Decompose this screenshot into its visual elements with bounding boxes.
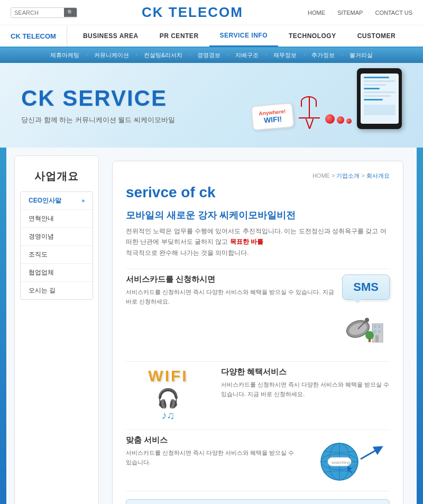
sub-nav-inner: 제휴마케팅 커뮤니케이션 컨설팅&리서치 경영경보 지배구조 재무정보 추가정보… — [43, 48, 380, 63]
sidebar-item-history-label: 연혁안내 — [29, 214, 54, 223]
content-wrapper: 사업개요 CEO인사말 » 연혁안내 경영이념 조직도 협업업체 — [6, 148, 417, 504]
svg-point-3 — [365, 318, 369, 322]
arrow-icon-0: » — [81, 198, 85, 204]
service-sms-text: 서비스카드를 신청하시면 서비스카드를 신청하시면 즉시 다양한 서비스와 혜택… — [126, 274, 334, 306]
svg-rect-6 — [378, 325, 381, 328]
service-sms-desc: 서비스카드를 신청하시면 즉시 다양한 서비스와 혜택을 받으실 수 있습니다.… — [126, 288, 334, 306]
signal-tower-icon — [299, 96, 320, 129]
svg-text:searching...: searching... — [332, 460, 353, 465]
section-title-kr: 모바일의 새로운 강자 씨케이모바일비전 — [126, 209, 390, 222]
content-outer: 사업개요 CEO인사말 » 연혁안내 경영이념 조직도 협업업체 — [0, 148, 423, 504]
red-ball-2 — [337, 116, 344, 124]
sms-bubble: SMS — [342, 274, 390, 300]
nav-business-area[interactable]: BUSINESS AREA — [72, 26, 149, 46]
sidebar-item-org-label: 조직도 — [29, 250, 48, 259]
membership-section: 멤버십 카드 한장만 있으면 이 모든 서비스를 이용하실 수 있습니다. 각 … — [126, 499, 390, 504]
divider-2 — [126, 361, 390, 362]
breadcrumb: HOME > 기업소개 > 회사개요 — [126, 172, 390, 180]
hero-icons: Anywhere! WIFI! — [252, 68, 402, 129]
sidebar-item-philosophy[interactable]: 경영이념 — [21, 228, 93, 246]
sidebar-item-directions-label: 오시는 길 — [29, 286, 56, 295]
red-ball-1 — [325, 114, 335, 124]
section-title-en: serivce of ck — [126, 184, 390, 201]
sidebar-item-ceo-label: CEO인사말 — [29, 196, 61, 205]
music-icon: 🎧 — [157, 388, 180, 409]
subnav-item-2[interactable]: 커뮤니케이션 — [87, 48, 136, 63]
sidebar: 사업개요 CEO인사말 » 연혁안내 경영이념 조직도 협업업체 — [14, 155, 99, 504]
tablet-device — [357, 68, 402, 129]
hero-subtitle: 당신과 함께 하는 커뮤니케이션 월드 씨케이모바일 — [21, 115, 175, 125]
service-custom-text: 맞춤 서비스 서비스카드를 신청하시면 즉시 다양한 서비스와 혜택을 받으실 … — [126, 435, 300, 467]
svg-rect-8 — [378, 330, 381, 333]
notes-icon: ♪♫ — [162, 409, 175, 421]
tablet-screen — [361, 74, 399, 124]
sidebar-item-history[interactable]: 연혁안내 — [21, 210, 93, 228]
service-sms-row: 서비스카드를 신청하시면 서비스카드를 신청하시면 즉시 다양한 서비스와 혜택… — [126, 274, 390, 351]
section-desc: 전위적인 노력은 업무를 수행에 있어서도 추진적입니다. 이는 도전정신과 성… — [126, 226, 390, 258]
subnav-item-3[interactable]: 컨설팅&리서치 — [136, 48, 190, 63]
svg-point-10 — [365, 331, 374, 340]
divider-3 — [126, 429, 390, 430]
desc-highlight: 목표한 바를 — [230, 238, 263, 245]
site-logo: CK TELECOM — [142, 4, 243, 21]
subnav-item-5[interactable]: 지배구조 — [228, 48, 266, 63]
service-custom-title: 맞춤 서비스 — [126, 435, 300, 445]
wifi-text-label: WIFI — [148, 367, 188, 385]
divider-1 — [126, 269, 390, 269]
service-variety-desc: 서비스카드를 신청하시면 즉시 다양한 서비스와 혜택을 받으실 수 있습니다.… — [221, 380, 390, 399]
search-input[interactable] — [11, 8, 64, 17]
red-balls-decoration — [325, 114, 352, 124]
service-variety: 다양한 혜택서비스 서비스카드를 신청하시면 즉시 다양한 서비스와 혜택을 받… — [221, 367, 390, 399]
red-ball-3 — [346, 118, 352, 124]
service-variety-title: 다양한 혜택서비스 — [221, 367, 390, 377]
blue-accent-right — [417, 148, 423, 504]
nav-technology[interactable]: TECHNOLOGY — [278, 26, 347, 46]
service-custom-desc: 서비스카드를 신청하시면 즉시 다양한 서비스와 혜택을 받으실 수 있습니다. — [126, 448, 300, 467]
service-custom-row: 맞춤 서비스 서비스카드를 신청하시면 즉시 다양한 서비스와 혜택을 받으실 … — [126, 435, 390, 483]
search-button[interactable]: 🔍 — [64, 8, 77, 17]
brand-highlight: 씨케이모바일비전 — [219, 210, 296, 221]
service-sms-icon: SMS — [342, 274, 390, 351]
svg-rect-11 — [369, 338, 371, 342]
svg-rect-9 — [375, 335, 379, 342]
globe-visual-area: searching... — [310, 435, 390, 483]
wifi-visual-area: WIFI 🎧 ♪♫ — [126, 367, 210, 421]
top-links: HOME · SITEMAP · CONTACT US — [308, 10, 412, 16]
sidebar-item-philosophy-label: 경영이념 — [29, 232, 54, 241]
svg-rect-5 — [374, 325, 376, 328]
nav-logo[interactable]: CK TELECOM — [11, 26, 67, 47]
sidebar-item-partners-label: 협업업체 — [29, 268, 54, 277]
hero-text-area: CK SERVICE 당신과 함께 하는 커뮤니케이션 월드 씨케이모바일 — [21, 86, 175, 125]
sidebar-item-ceo[interactable]: CEO인사말 » — [21, 192, 93, 210]
subnav-item-7[interactable]: 추가정보 — [304, 48, 342, 63]
satellite-icon — [345, 308, 387, 351]
main-nav: CK TELECOM BUSINESS AREA PR CENTER SERVI… — [0, 25, 423, 48]
sidebar-menu: CEO인사말 » 연혁안내 경영이념 조직도 협업업체 오시는 길 — [20, 191, 93, 300]
divider-4 — [126, 491, 390, 491]
service-wifi-row: WIFI 🎧 ♪♫ 다양한 혜택서비스 서비스카드를 신청하시면 즉시 다양한 … — [126, 367, 390, 421]
contact-link[interactable]: CONTACT US — [375, 10, 413, 16]
wifi-sign-line2: WIFI! — [259, 114, 287, 125]
sub-nav: 제휴마케팅 커뮤니케이션 컨설팅&리서치 경영경보 지배구조 재무정보 추가정보… — [0, 48, 423, 63]
sidebar-item-directions[interactable]: 오시는 길 — [21, 282, 93, 299]
subnav-item-6[interactable]: 재무정보 — [266, 48, 304, 63]
subnav-item-8[interactable]: 볼거리실 — [342, 48, 380, 63]
nav-customer[interactable]: CUSTOMER — [347, 26, 406, 46]
sidebar-title: 사업개요 — [15, 164, 98, 191]
top-bar: 🔍 CK TELECOM HOME · SITEMAP · CONTACT US — [0, 0, 423, 25]
service-sms-title: 서비스카드를 신청하시면 — [126, 274, 334, 285]
home-link[interactable]: HOME — [308, 10, 325, 16]
hero-title: CK SERVICE — [21, 86, 175, 111]
sidebar-item-org[interactable]: 조직도 — [21, 246, 93, 264]
subnav-item-1[interactable]: 제휴마케팅 — [43, 48, 87, 63]
blue-accent-left — [0, 148, 6, 504]
subnav-item-4[interactable]: 경영경보 — [190, 48, 228, 63]
nav-pr-center[interactable]: PR CENTER — [149, 26, 209, 46]
sidebar-item-partners[interactable]: 협업업체 — [21, 264, 93, 282]
search-form: 🔍 — [11, 7, 77, 18]
svg-rect-7 — [374, 330, 376, 333]
wifi-sign: Anywhere! WIFI! — [251, 103, 295, 131]
hero-banner: CK SERVICE 당신과 함께 하는 커뮤니케이션 월드 씨케이모바일 An… — [0, 63, 423, 148]
sitemap-link[interactable]: SITEMAP — [337, 10, 363, 16]
nav-service-info[interactable]: SERVICE INFO — [209, 25, 278, 47]
